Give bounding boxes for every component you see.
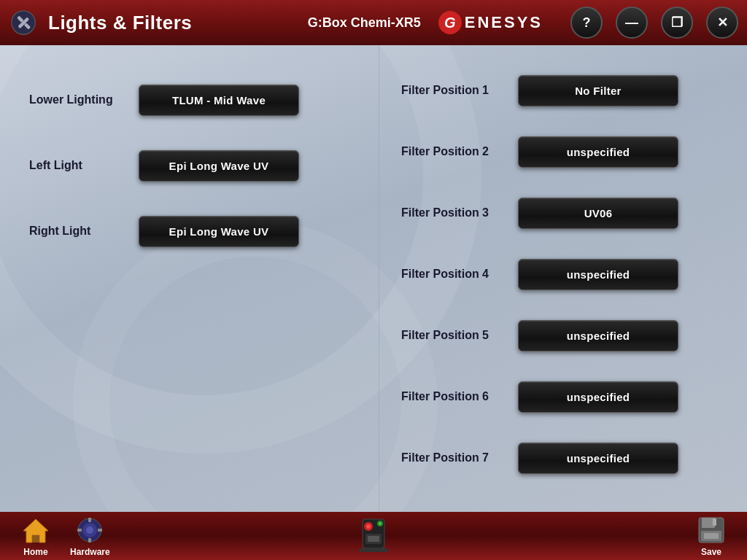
hardware-button[interactable]: Hardware	[64, 512, 116, 560]
lower-lighting-row: Lower Lighting TLUM - Mid Wave	[29, 67, 349, 133]
filter-7-label: Filter Position 7	[401, 451, 518, 464]
filter-5-button[interactable]: unspecified	[518, 320, 678, 351]
minimize-button[interactable]: —	[616, 7, 648, 39]
header-icon	[9, 8, 38, 37]
hardware-icon	[74, 515, 105, 545]
filter-3-button[interactable]: UV06	[518, 198, 678, 229]
help-button[interactable]: ?	[570, 7, 603, 39]
svg-rect-11	[77, 529, 82, 532]
filter-2-button[interactable]: unspecified	[518, 136, 678, 168]
svg-rect-25	[704, 533, 719, 539]
filter-2-row: Filter Position 2 unspecified	[401, 121, 725, 182]
filter-7-row: Filter Position 7 unspecified	[401, 427, 725, 489]
left-light-label: Left Light	[29, 159, 139, 172]
save-button[interactable]: Save	[690, 512, 732, 560]
restore-button[interactable]: ❐	[661, 7, 693, 39]
filter-4-button[interactable]: unspecified	[518, 259, 678, 290]
right-light-row: Right Light Epi Long Wave UV	[29, 198, 349, 264]
filter-6-label: Filter Position 6	[401, 390, 518, 403]
svg-point-17	[379, 522, 382, 525]
svg-rect-20	[359, 548, 388, 552]
svg-rect-9	[88, 518, 91, 522]
left-panel: Lower Lighting TLUM - Mid Wave Left Ligh…	[0, 45, 379, 512]
save-icon	[696, 515, 727, 545]
svg-rect-12	[98, 529, 102, 532]
svg-rect-10	[88, 538, 91, 542]
center-device	[348, 512, 399, 557]
footer-right: Save	[690, 512, 732, 560]
home-button[interactable]: Home	[15, 512, 57, 560]
page-title: Lights & Filters	[48, 12, 298, 34]
home-icon	[20, 515, 51, 545]
footer-left: Home Hardware	[15, 512, 116, 560]
svg-point-8	[86, 526, 93, 534]
svg-point-15	[366, 524, 371, 529]
right-light-label: Right Light	[29, 225, 139, 238]
left-light-row: Left Light Epi Long Wave UV	[29, 133, 349, 198]
right-panel: Filter Position 1 No Filter Filter Posit…	[379, 45, 747, 512]
genesys-logo: G ENESYS	[438, 11, 543, 34]
left-light-button[interactable]: Epi Long Wave UV	[139, 150, 299, 182]
header: Lights & Filters G:Box Chemi-XR5 G ENESY…	[0, 0, 747, 45]
close-button[interactable]: ✕	[706, 7, 738, 39]
svg-rect-19	[368, 536, 379, 542]
filter-4-row: Filter Position 4 unspecified	[401, 244, 725, 305]
filter-6-row: Filter Position 6 unspecified	[401, 366, 725, 427]
filter-3-label: Filter Position 3	[401, 206, 518, 219]
hardware-label: Hardware	[70, 547, 110, 557]
main-content: Lower Lighting TLUM - Mid Wave Left Ligh…	[0, 45, 747, 512]
filter-1-label: Filter Position 1	[401, 84, 518, 97]
filter-5-row: Filter Position 5 unspecified	[401, 305, 725, 366]
filter-7-button[interactable]: unspecified	[518, 443, 678, 474]
filter-1-row: Filter Position 1 No Filter	[401, 60, 725, 121]
genesys-g-icon: G	[438, 11, 462, 34]
filter-2-label: Filter Position 2	[401, 145, 518, 158]
right-light-button[interactable]: Epi Long Wave UV	[139, 216, 299, 247]
filter-3-row: Filter Position 3 UV06	[401, 182, 725, 244]
genesys-text: ENESYS	[465, 13, 543, 32]
lower-lighting-label: Lower Lighting	[29, 93, 139, 106]
filter-1-button[interactable]: No Filter	[518, 75, 678, 106]
save-label: Save	[701, 547, 721, 557]
svg-rect-23	[713, 518, 716, 526]
svg-rect-5	[32, 535, 39, 542]
home-label: Home	[23, 547, 47, 557]
footer: Home Hardware	[0, 512, 747, 560]
lower-lighting-button[interactable]: TLUM - Mid Wave	[139, 85, 299, 116]
filter-5-label: Filter Position 5	[401, 329, 518, 342]
device-name: G:Box Chemi-XR5	[308, 15, 421, 31]
filter-6-button[interactable]: unspecified	[518, 381, 678, 413]
filter-4-label: Filter Position 4	[401, 268, 518, 281]
